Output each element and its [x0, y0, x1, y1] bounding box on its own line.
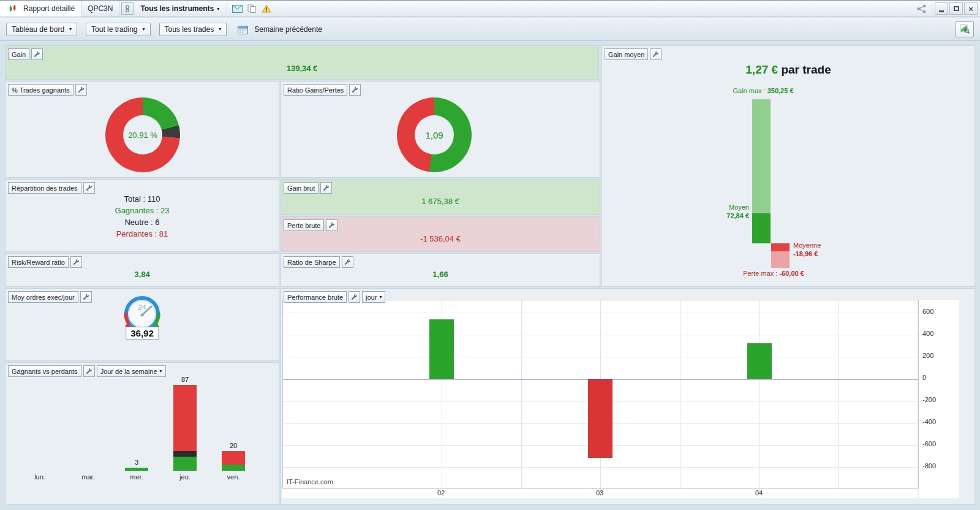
moy-ordres-value: 36,92	[126, 327, 159, 340]
wrench-icon	[323, 185, 330, 191]
panel-gain-moyen-label: Gain moyen	[605, 48, 648, 60]
panel-gain-brut-label: Gain brut	[284, 182, 318, 194]
tab-rapport-detaille[interactable]: Rapport détaillé	[0, 1, 81, 17]
report-chart-icon	[960, 23, 970, 35]
wrench-icon	[34, 51, 40, 58]
chevron-down-icon: ▾	[69, 26, 72, 32]
period-selector[interactable]: Semaine précédente	[235, 25, 322, 34]
panel-moy-ordres-label: Moy ordres exec/jour	[8, 291, 78, 303]
risk-reward-value: 3,84	[6, 270, 279, 279]
perte-brute-value: -1 536,04 €	[281, 234, 600, 243]
link-icon[interactable]	[121, 2, 134, 15]
panel-gain: Gain 139,34 €	[5, 45, 599, 80]
wrench-icon	[328, 222, 335, 229]
settings-wrench-button[interactable]	[80, 291, 92, 303]
chevron-down-icon: ▾	[219, 26, 221, 32]
neutre-row: Neutre : 6	[6, 216, 279, 228]
settings-wrench-button[interactable]	[320, 182, 332, 194]
settings-wrench-button[interactable]	[83, 182, 95, 194]
report-chart-button[interactable]	[956, 21, 974, 37]
settings-wrench-button[interactable]	[83, 365, 95, 377]
instrument-selector-label: Tous les instruments	[140, 4, 214, 13]
pct-trades-value: 20,91 %	[128, 131, 157, 140]
gagnantes-row: Gagnantes : 23	[6, 205, 279, 216]
svg-text:24: 24	[138, 303, 146, 311]
performance-bar-chart: IT-Finance.com	[282, 300, 919, 489]
wrench-icon	[73, 259, 80, 265]
trading-scope-label: Tout le trading	[91, 25, 137, 34]
settings-wrench-button[interactable]	[349, 291, 360, 303]
wrench-icon	[83, 294, 89, 300]
maximize-icon	[954, 6, 959, 11]
perdantes-row: Perdantes : 81	[6, 228, 279, 240]
panel-perte-brute: Perte brute -1 536,04 €	[281, 216, 600, 252]
dashboard-select[interactable]: Tableau de bord ▾	[6, 23, 77, 36]
panel-performance: Performance brute jour ▾ IT-Finance.com …	[281, 288, 975, 504]
chevron-down-icon: ▾	[379, 294, 382, 300]
message-icon[interactable]	[232, 5, 243, 13]
panel-perte-brute-label: Perte brute	[284, 219, 324, 231]
minimize-button[interactable]	[935, 2, 948, 15]
instrument-selector[interactable]: Tous les instruments ▾	[135, 4, 224, 13]
trading-scope-select[interactable]: Tout le trading ▾	[86, 23, 150, 36]
watermark: IT-Finance.com	[287, 478, 333, 485]
gain-moyen-bar-chart	[602, 46, 974, 286]
panel-gain-brut: Gain brut 1 675,38 €	[281, 179, 600, 215]
settings-wrench-button[interactable]	[349, 84, 361, 96]
performance-y-axis: 6004002000-200-400-600-800	[919, 300, 959, 498]
repartition-stats: Total : 110 Gagnantes : 23 Neutre : 6 Pe…	[6, 193, 279, 240]
panel-ratio-label: Ratio Gains/Pertes	[284, 84, 347, 96]
app-window: Rapport détaillé QPC3N Tous les instrume…	[0, 0, 980, 510]
wrench-icon	[344, 259, 351, 265]
panel-gain-label: Gain	[8, 48, 29, 60]
trades-filter-label: Tous les trades	[165, 25, 214, 34]
period-label: Semaine précédente	[254, 25, 322, 34]
wrench-icon	[78, 86, 85, 93]
share-icon[interactable]	[916, 4, 927, 13]
calendar-icon	[238, 25, 248, 34]
tab-label: QPC3N	[88, 4, 113, 13]
donut-center: 1,09	[415, 115, 454, 154]
wrench-icon	[86, 368, 92, 375]
settings-wrench-button[interactable]	[650, 48, 662, 60]
trades-filter-select[interactable]: Tous les trades ▾	[159, 23, 227, 36]
ratio-donut-chart: 1,09	[397, 97, 472, 172]
divider	[932, 3, 932, 14]
wrench-icon	[86, 185, 92, 191]
weekday-filter-select[interactable]: Jour de la semaine ▾	[97, 365, 166, 377]
ratio-value: 1,09	[425, 130, 443, 140]
weekday-filter-label: Jour de la semaine	[100, 368, 157, 375]
panel-pct-trades-label: % Trades gagnants	[8, 84, 74, 96]
toolbar: Tableau de bord ▾ Tout le trading ▾ Tous…	[0, 18, 980, 41]
warning-icon[interactable]	[262, 4, 271, 13]
sharpe-value: 1,66	[281, 270, 600, 279]
copy-icon[interactable]	[247, 4, 257, 13]
gain-brut-value: 1 675,38 €	[281, 197, 600, 206]
wrench-icon	[351, 294, 358, 300]
settings-wrench-button[interactable]	[342, 256, 353, 268]
tab-qpc3n[interactable]: QPC3N	[81, 1, 119, 17]
settings-wrench-button[interactable]	[31, 48, 43, 60]
minimize-icon	[939, 10, 944, 12]
chevron-down-icon: ▾	[217, 6, 219, 12]
donut-center: 20,91 %	[123, 115, 162, 154]
maximize-button[interactable]	[949, 2, 963, 15]
panel-pct-trades: % Trades gagnants 20,91 %	[5, 81, 279, 178]
panel-ratio-gains-pertes: Ratio Gains/Pertes 1,09	[281, 81, 600, 178]
window-controls: ×	[935, 2, 978, 15]
tab-label: Rapport détaillé	[23, 4, 75, 13]
panel-gagnants-vs-perdants: Gagnants vs perdants Jour de la semaine …	[5, 362, 279, 504]
candlestick-chart-icon	[9, 4, 17, 13]
close-button[interactable]: ×	[964, 2, 978, 15]
panel-gain-moyen: Gain moyen 1,27 € par trade Gain max : 3…	[601, 45, 975, 287]
panel-performance-label: Performance brute	[284, 291, 347, 303]
panel-sharpe: Ratio de Sharpe 1,66	[281, 253, 600, 287]
wrench-icon	[652, 51, 659, 58]
panel-repartition-label: Répartition des trades	[8, 182, 81, 194]
panel-risk-reward: Risk/Reward ratio 3,84	[5, 253, 279, 287]
settings-wrench-button[interactable]	[326, 219, 337, 231]
settings-wrench-button[interactable]	[70, 256, 82, 268]
panel-sharpe-label: Ratio de Sharpe	[284, 256, 340, 268]
period-granularity-select[interactable]: jour ▾	[362, 291, 385, 303]
settings-wrench-button[interactable]	[75, 84, 87, 96]
